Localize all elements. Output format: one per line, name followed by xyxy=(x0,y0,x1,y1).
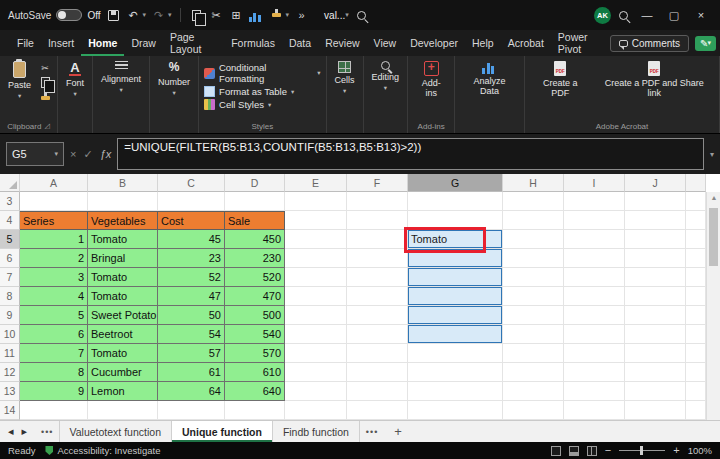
cell-F11[interactable] xyxy=(347,344,408,363)
sheet-prev-icon[interactable]: ◂ xyxy=(8,425,14,438)
scroll-up-icon[interactable]: ▲ xyxy=(707,194,720,201)
enter-icon[interactable]: ✓ xyxy=(83,148,92,161)
row-header-3[interactable]: 3 xyxy=(0,192,20,211)
cell-H13[interactable] xyxy=(503,382,564,401)
row-header-12[interactable]: 12 xyxy=(0,363,20,382)
cell-I5[interactable] xyxy=(564,230,625,249)
cell-J8[interactable] xyxy=(625,287,686,306)
more-commands-icon[interactable]: » xyxy=(294,6,309,24)
search-icon[interactable] xyxy=(354,6,369,24)
cell-I13[interactable] xyxy=(564,382,625,401)
cell-G8[interactable] xyxy=(408,287,503,306)
cell-F3[interactable] xyxy=(347,192,408,211)
menu-page-layout[interactable]: Page Layout xyxy=(163,30,224,56)
menu-formulas[interactable]: Formulas xyxy=(224,30,282,56)
cell-E13[interactable] xyxy=(285,382,347,401)
new-sheet-button[interactable]: + xyxy=(384,421,412,442)
cell-G10[interactable] xyxy=(408,325,503,344)
cell-F12[interactable] xyxy=(347,363,408,382)
cell-partial11[interactable] xyxy=(686,344,706,363)
column-header-H[interactable]: H xyxy=(503,174,564,192)
cell-B13[interactable]: Lemon xyxy=(88,382,158,401)
cell-I8[interactable] xyxy=(564,287,625,306)
paste-button[interactable]: Paste ▾ xyxy=(5,60,34,101)
cells-collapsed-button[interactable]: Cells ▾ xyxy=(332,60,358,96)
cell-B14[interactable] xyxy=(88,401,158,420)
column-header-B[interactable]: B xyxy=(88,174,158,192)
clipboard-dialog-launcher-icon[interactable]: ◿ xyxy=(44,122,49,130)
cell-J14[interactable] xyxy=(625,401,686,420)
create-pdf-button[interactable]: Create a PDF xyxy=(530,60,590,100)
cell-F7[interactable] xyxy=(347,268,408,287)
cell-E5[interactable] xyxy=(285,230,347,249)
editing-collapsed-button[interactable]: Editing ▾ xyxy=(369,60,403,93)
scrollbar-thumb[interactable] xyxy=(709,208,718,266)
cell-B12[interactable]: Cucumber xyxy=(88,363,158,382)
menu-help[interactable]: Help xyxy=(465,30,501,56)
cut-icon[interactable]: ✂ xyxy=(209,6,224,24)
cell-I9[interactable] xyxy=(564,306,625,325)
sheet-tab-unique-function[interactable]: Unique function xyxy=(171,421,273,442)
cell-partial5[interactable] xyxy=(686,230,706,249)
cell-I10[interactable] xyxy=(564,325,625,344)
cell-H5[interactable] xyxy=(503,230,564,249)
create-pdf-share-button[interactable]: Create a PDF and Share link xyxy=(594,60,714,100)
cell-partial14[interactable] xyxy=(686,401,706,420)
sheet-next-icon[interactable]: ▸ xyxy=(22,425,28,438)
cell-D10[interactable]: 540 xyxy=(225,325,285,344)
cell-C3[interactable] xyxy=(158,192,225,211)
cell-F14[interactable] xyxy=(347,401,408,420)
page-break-view-icon[interactable] xyxy=(587,446,597,456)
format-as-table-button[interactable]: Format as Table ▾ xyxy=(204,86,320,97)
cell-C13[interactable]: 64 xyxy=(158,382,225,401)
cell-partial4[interactable] xyxy=(686,211,706,230)
cell-A3[interactable] xyxy=(20,192,88,211)
cell-H7[interactable] xyxy=(503,268,564,287)
zoom-in-icon[interactable]: + xyxy=(673,445,679,456)
cell-G3[interactable] xyxy=(408,192,503,211)
cell-H14[interactable] xyxy=(503,401,564,420)
cell-partial7[interactable] xyxy=(686,268,706,287)
cell-C7[interactable]: 52 xyxy=(158,268,225,287)
cell-J5[interactable] xyxy=(625,230,686,249)
column-header-F[interactable]: F xyxy=(347,174,408,192)
cell-G5[interactable]: Tomato xyxy=(408,230,503,249)
maximize-button[interactable]: ▢ xyxy=(663,4,685,26)
share-button[interactable]: ✎▾ xyxy=(695,36,716,51)
close-button[interactable]: × xyxy=(690,4,712,26)
vertical-scrollbar[interactable]: ▲ xyxy=(706,192,720,420)
cell-C10[interactable]: 54 xyxy=(158,325,225,344)
cell-D6[interactable]: 230 xyxy=(225,249,285,268)
cell-A12[interactable]: 8 xyxy=(20,363,88,382)
paint-icon[interactable] xyxy=(269,6,284,24)
insert-function-icon[interactable]: ƒx xyxy=(100,148,112,160)
cell-F4[interactable] xyxy=(347,211,408,230)
cell-C8[interactable]: 47 xyxy=(158,287,225,306)
column-header-E[interactable]: E xyxy=(285,174,347,192)
cell-B9[interactable]: Sweet Potato xyxy=(88,306,158,325)
cell-D7[interactable]: 520 xyxy=(225,268,285,287)
search-icon-right[interactable] xyxy=(616,6,631,24)
cell-A9[interactable]: 5 xyxy=(20,306,88,325)
cell-A7[interactable]: 3 xyxy=(20,268,88,287)
cell-I6[interactable] xyxy=(564,249,625,268)
cell-E12[interactable] xyxy=(285,363,347,382)
cell-partial10[interactable] xyxy=(686,325,706,344)
cell-A10[interactable]: 6 xyxy=(20,325,88,344)
cell-I11[interactable] xyxy=(564,344,625,363)
cell-I3[interactable] xyxy=(564,192,625,211)
cell-G14[interactable] xyxy=(408,401,503,420)
row-header-4[interactable]: 4 xyxy=(0,211,20,230)
undo-chevron-icon[interactable]: ▾ xyxy=(143,11,147,19)
cell-G9[interactable] xyxy=(408,306,503,325)
cell-E7[interactable] xyxy=(285,268,347,287)
cell-G4[interactable] xyxy=(408,211,503,230)
cell-C14[interactable] xyxy=(158,401,225,420)
cell-G7[interactable] xyxy=(408,268,503,287)
cell-A14[interactable] xyxy=(20,401,88,420)
cell-B5[interactable]: Tomato xyxy=(88,230,158,249)
autosave-toggle[interactable] xyxy=(56,9,82,21)
menu-insert[interactable]: Insert xyxy=(41,30,81,56)
row-header-11[interactable]: 11 xyxy=(0,344,20,363)
cell-I12[interactable] xyxy=(564,363,625,382)
